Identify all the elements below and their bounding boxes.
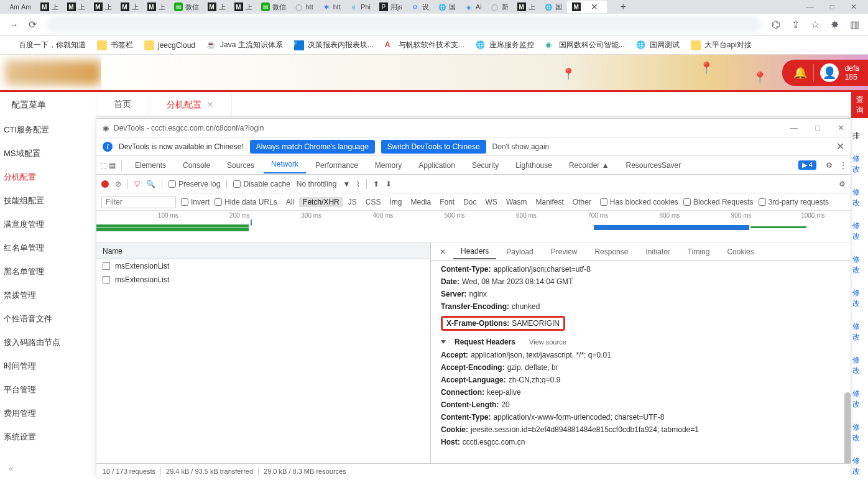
bookmark-item[interactable]: 大平台api对接 xyxy=(691,40,752,50)
detail-tab[interactable]: Timing xyxy=(680,245,718,259)
tab-close-icon[interactable]: ✕ xyxy=(591,2,598,12)
sidebar-item[interactable]: 禁拨管理 xyxy=(0,284,96,307)
filter-type[interactable]: All xyxy=(282,197,298,207)
sidebar-item[interactable]: 红名单管理 xyxy=(0,236,96,260)
user-badge[interactable]: 🔔 👤 defa 185 xyxy=(782,60,868,86)
upload-icon[interactable]: ⬆ xyxy=(373,180,379,188)
third-party-checkbox[interactable]: 3rd-party requests xyxy=(759,198,829,206)
devtools-panel-tab[interactable]: Recorder ▲ xyxy=(561,159,617,172)
record-icon[interactable] xyxy=(101,180,109,188)
browser-tab[interactable]: M上 xyxy=(514,1,539,13)
browser-tab[interactable]: ePhi xyxy=(346,1,374,12)
browser-tab[interactable]: ⚙设 xyxy=(407,1,433,13)
devtools-titlebar[interactable]: ◉ DevTools - cccti.esgcc.com.cn/c8conf/a… xyxy=(96,119,851,137)
star-icon[interactable]: ☆ xyxy=(811,19,820,30)
detail-close-icon[interactable]: ✕ xyxy=(435,247,451,256)
network-timeline[interactable]: 100 ms200 ms300 ms400 ms500 ms600 ms700 … xyxy=(96,211,851,243)
filter-type[interactable]: WS xyxy=(482,197,501,207)
filter-icon[interactable]: ▽ xyxy=(134,180,140,188)
wifi-icon[interactable]: ⌇ xyxy=(356,180,360,188)
key-icon[interactable]: ⌬ xyxy=(772,19,780,30)
min-window-icon[interactable]: — xyxy=(806,2,814,11)
sidebar-item[interactable]: MS域配置 xyxy=(0,142,96,165)
url-input[interactable]: hidden xyxy=(47,17,762,33)
banner-dont-show[interactable]: Don't show again xyxy=(492,142,550,151)
browser-tab[interactable]: 🌐国 xyxy=(540,1,566,13)
bookmark-item[interactable]: jeecgCloud xyxy=(144,40,195,50)
bookmark-item[interactable]: A与帆软软件技术支... xyxy=(385,40,464,50)
bookmark-item[interactable]: ◉国网数科公司智能... xyxy=(545,40,625,50)
detail-tab[interactable]: Initiator xyxy=(638,245,677,259)
browser-tab[interactable]: M上 xyxy=(90,1,116,13)
filter-type[interactable]: Wasm xyxy=(502,197,531,207)
edit-link[interactable]: 修改 xyxy=(851,315,868,349)
sidebar-item[interactable]: 接入码路由节点 xyxy=(0,331,96,354)
devtools-panel-tab[interactable]: Elements xyxy=(127,159,173,172)
sidebar-item[interactable]: 时间管理 xyxy=(0,354,96,378)
edit-link[interactable]: 修改 xyxy=(851,382,868,416)
edit-link[interactable]: 修改 xyxy=(851,450,868,478)
filter-input[interactable] xyxy=(101,196,176,208)
bookmark-item[interactable]: ☕Java 主流知识体系 xyxy=(206,40,283,50)
browser-tab[interactable]: ◈Ai xyxy=(461,1,486,12)
banner-switch-button[interactable]: Switch DevTools to Chinese xyxy=(381,140,486,154)
sidebar-item[interactable]: 黑名单管理 xyxy=(0,260,96,284)
banner-match-button[interactable]: Always match Chrome's language xyxy=(250,140,375,154)
browser-tab[interactable]: P用js xyxy=(376,1,406,13)
invert-checkbox[interactable]: Invert xyxy=(181,198,210,206)
devtools-panel-tab[interactable]: Lighthouse xyxy=(508,159,560,172)
sidebar-item[interactable]: 个性语音文件 xyxy=(0,307,96,331)
request-row[interactable]: msExtensionList xyxy=(96,259,430,273)
content-tab[interactable]: 首页 xyxy=(96,93,149,116)
minimize-icon[interactable]: — xyxy=(790,123,798,132)
devtools-panel-tab[interactable]: Security xyxy=(464,159,506,172)
sidebar-item[interactable]: 系统设置 xyxy=(0,425,96,449)
maximize-icon[interactable]: □ xyxy=(815,123,820,132)
search-icon[interactable]: 🔍 xyxy=(146,180,155,188)
devtools-panel-tab[interactable]: Console xyxy=(175,159,218,172)
devtools-settings-icon[interactable]: ⚙ xyxy=(826,161,833,170)
detail-tab[interactable]: Payload xyxy=(499,245,540,259)
bookmark-item[interactable]: 书签栏 xyxy=(97,40,133,50)
browser-tab[interactable]: 🌐国 xyxy=(434,1,459,13)
detail-tab[interactable]: Preview xyxy=(543,245,585,259)
browser-tab[interactable]: M✕ xyxy=(567,1,607,13)
settings-gear-icon[interactable]: ⚙ xyxy=(839,180,846,188)
filter-type[interactable]: Fetch/XHR xyxy=(299,197,343,207)
sidebar-item[interactable]: 分机配置 xyxy=(0,165,96,189)
edit-link[interactable]: 修改 xyxy=(851,248,868,282)
clear-icon[interactable]: ⊘ xyxy=(115,180,121,188)
browser-tab[interactable]: M上 xyxy=(144,1,169,13)
sidebar-item[interactable]: CTI服务配置 xyxy=(0,118,96,142)
bookmark-item[interactable]: 🌐座席服务监控 xyxy=(476,40,534,50)
browser-tab[interactable]: AmAm xyxy=(6,1,35,12)
filter-type[interactable]: Font xyxy=(436,197,458,207)
devtools-menu-icon[interactable]: ⋮ xyxy=(839,161,847,170)
detail-tab[interactable]: Cookies xyxy=(719,245,761,259)
sidebar-collapse-button[interactable]: « xyxy=(0,458,96,478)
blocked-cookies-checkbox[interactable]: Has blocked cookies xyxy=(600,198,678,206)
browser-tab[interactable]: ◯htt xyxy=(291,1,317,12)
bookmark-item[interactable]: 🌐国网测试 xyxy=(636,40,680,50)
request-row[interactable]: msExtensionList xyxy=(96,273,430,287)
sidebar-item[interactable]: 费用管理 xyxy=(0,402,96,425)
devtools-panel-tab[interactable]: Memory xyxy=(367,159,409,172)
edit-link[interactable]: 修改 xyxy=(851,282,868,315)
request-headers-section[interactable]: Request HeadersView source xyxy=(441,334,851,349)
bookmark-item[interactable]: 百度一下，你就知道 xyxy=(5,40,86,50)
request-list-header[interactable]: Name xyxy=(96,243,430,259)
devtools-panel-tab[interactable]: Network xyxy=(264,157,306,173)
throttling-select[interactable]: No throttling ▼ xyxy=(297,180,351,188)
bell-icon[interactable]: 🔔 xyxy=(793,66,807,80)
inspect-icon[interactable]: ⬚ xyxy=(100,161,107,170)
close-window-icon[interactable]: ✕ xyxy=(851,2,857,11)
devtools-panel-tab[interactable]: ResourcesSaver xyxy=(619,159,689,172)
filter-type[interactable]: Media xyxy=(407,197,435,207)
sidebar-item[interactable]: 满意度管理 xyxy=(0,213,96,236)
tab-close-icon[interactable]: ✕ xyxy=(206,99,214,109)
side-panel-icon[interactable]: ▥ xyxy=(850,19,859,30)
browser-tab[interactable]: M上 xyxy=(37,1,62,13)
download-icon[interactable]: ⬇ xyxy=(386,180,392,188)
close-icon[interactable]: ✕ xyxy=(838,123,844,132)
share-icon[interactable]: ⇪ xyxy=(792,19,800,30)
